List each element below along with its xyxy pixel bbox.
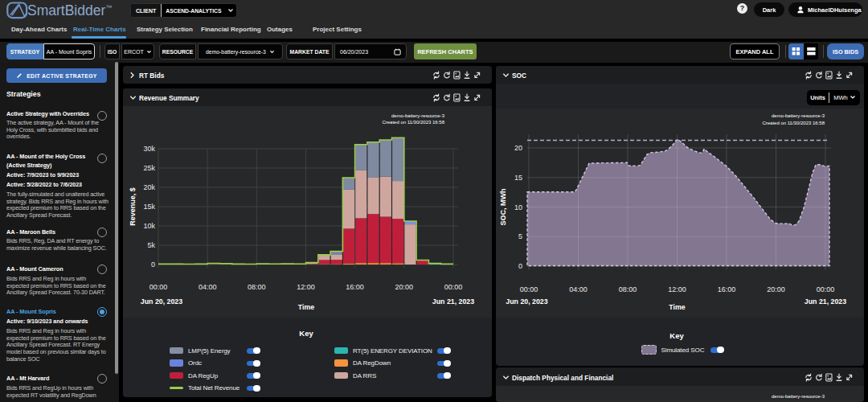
svg-text:00:00: 00:00 (149, 283, 168, 291)
svg-text:Jun 20, 2023: Jun 20, 2023 (506, 297, 547, 306)
svg-text:Jun 20, 2023: Jun 20, 2023 (141, 297, 182, 306)
svg-text:SOC, MWh: SOC, MWh (499, 189, 507, 226)
svg-text:00:00: 00:00 (817, 285, 835, 293)
svg-text:00:00: 00:00 (444, 283, 463, 291)
svg-text:Jun 21, 2023: Jun 21, 2023 (432, 297, 474, 306)
svg-text:08:00: 08:00 (619, 285, 637, 293)
svg-text:Revenue, $: Revenue, $ (129, 187, 137, 226)
svg-text:00:00: 00:00 (520, 285, 538, 293)
svg-text:demo-battery-resource-3: demo-battery-resource-3 (772, 394, 825, 399)
svg-text:04:00: 04:00 (569, 285, 588, 293)
svg-text:Time: Time (298, 303, 314, 311)
svg-text:Time: Time (669, 303, 685, 311)
svg-text:0: 0 (151, 260, 155, 269)
svg-text:16:00: 16:00 (346, 283, 364, 291)
svg-text:20k: 20k (143, 183, 155, 191)
svg-text:5k: 5k (147, 241, 155, 249)
svg-text:25k: 25k (143, 164, 155, 172)
svg-text:demo-battery-resource-3: demo-battery-resource-3 (772, 113, 825, 118)
svg-text:10k: 10k (143, 222, 155, 230)
svg-text:5: 5 (518, 232, 522, 240)
svg-text:20:00: 20:00 (767, 285, 785, 293)
svg-text:Created on 11/30/2023 16:58: Created on 11/30/2023 16:58 (762, 121, 825, 125)
svg-text:15k: 15k (143, 203, 155, 211)
svg-text:08:00: 08:00 (248, 283, 266, 291)
svg-text:04:00: 04:00 (199, 283, 217, 291)
svg-text:Jun 21, 2023: Jun 21, 2023 (805, 297, 846, 306)
svg-text:20: 20 (514, 144, 522, 152)
svg-text:30k: 30k (143, 145, 155, 153)
svg-text:15: 15 (514, 174, 522, 182)
svg-text:Created on 11/30/2023 16:58: Created on 11/30/2023 16:58 (382, 120, 444, 125)
svg-text:10: 10 (514, 203, 522, 211)
svg-text:12:00: 12:00 (297, 283, 315, 291)
svg-text:0: 0 (518, 262, 522, 270)
svg-text:20:00: 20:00 (395, 283, 414, 291)
svg-text:demo-battery-resource-3: demo-battery-resource-3 (391, 113, 445, 118)
svg-text:16:00: 16:00 (718, 285, 736, 293)
svg-text:12:00: 12:00 (668, 285, 686, 293)
